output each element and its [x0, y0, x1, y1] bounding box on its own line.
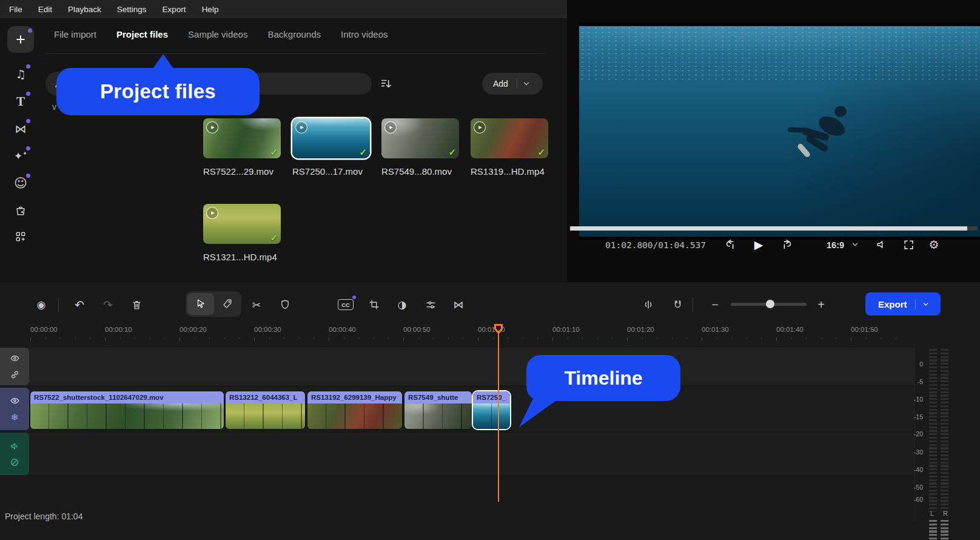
timeline-clip[interactable]: RS7250_	[473, 391, 510, 429]
ruler-tick	[150, 337, 150, 339]
ruler-tick	[329, 337, 329, 341]
add-button[interactable]: Add	[482, 79, 508, 89]
ruler-tick	[791, 337, 792, 339]
crop-button[interactable]	[366, 297, 382, 312]
export-button[interactable]: Export	[865, 292, 941, 316]
media-item[interactable]: ▶ ✓ RS7522...29.mov	[203, 118, 281, 177]
snowflake-icon[interactable]: ❄	[11, 412, 19, 423]
ruler-tick	[523, 337, 523, 339]
media-thumbnail[interactable]: ▶ ✓	[471, 118, 548, 158]
ruler-tick	[657, 337, 657, 339]
menu-item[interactable]: Edit	[38, 5, 52, 14]
add-dropdown-button[interactable]	[517, 79, 535, 88]
media-item[interactable]: ▶ ✓ RS1321...HD.mp4	[203, 204, 281, 262]
play-button[interactable]: ▶	[751, 237, 767, 252]
menu-item[interactable]: Playback	[68, 5, 101, 14]
smiley-icon: ☺	[14, 176, 27, 191]
ruler-tick	[374, 337, 374, 339]
media-thumbnail[interactable]: ▶ ✓	[203, 118, 281, 158]
sidebar-item-audio[interactable]: ♫	[10, 64, 31, 84]
link-icon[interactable]	[10, 370, 20, 380]
media-thumbnail[interactable]: ▶ ✓	[292, 118, 370, 158]
media-item[interactable]: ▶ ✓ RS7250...17.mov	[292, 118, 370, 177]
media-tab[interactable]: File import	[54, 29, 96, 39]
sidebar-item-text[interactable]: T	[10, 91, 31, 112]
ruler-tick	[582, 337, 583, 339]
menu-item[interactable]: Export	[163, 5, 186, 14]
marker-button[interactable]	[277, 297, 293, 312]
video-viewport[interactable]	[579, 23, 980, 240]
sidebar-item-transitions[interactable]: ⋈	[10, 118, 31, 139]
volume-button[interactable]	[873, 237, 889, 252]
undo-button[interactable]: ↶	[72, 297, 87, 312]
media-tab[interactable]: Backgrounds	[267, 29, 321, 39]
speaker-phase-icon	[642, 299, 654, 311]
previous-edit-button[interactable]	[722, 237, 738, 252]
ruler-tick	[776, 337, 777, 341]
menu-item[interactable]: Settings	[117, 5, 147, 14]
track-row-audio[interactable]	[29, 433, 915, 475]
media-tab[interactable]: Project files	[116, 29, 168, 39]
record-button[interactable]: ◉	[33, 297, 49, 312]
bowtie-pointer-icon: ⋈	[454, 299, 464, 311]
preview-progress-bar[interactable]	[570, 226, 978, 231]
sidebar-item-effects[interactable]: ✦✦	[10, 146, 31, 166]
snap-button[interactable]	[670, 297, 685, 312]
audio-meter-toggle[interactable]	[640, 297, 656, 312]
cursor-icon	[195, 299, 206, 309]
ruler-tick	[314, 337, 314, 339]
aspect-ratio-dropdown[interactable]	[850, 237, 861, 252]
eye-icon[interactable]	[10, 353, 20, 363]
ruler-tick	[388, 337, 389, 339]
preview-settings-button[interactable]: ⚙	[926, 237, 942, 252]
clip-filmstrip	[404, 403, 472, 429]
sidebar-item-templates[interactable]	[10, 226, 31, 247]
captions-button[interactable]: CC	[338, 299, 354, 310]
ruler-tick	[195, 337, 195, 339]
sidebar-item-store[interactable]	[10, 200, 31, 221]
zoom-out-button[interactable]: −	[707, 297, 723, 312]
media-item[interactable]: ▶ ✓ RS1319...HD.mp4	[471, 118, 548, 177]
media-item[interactable]: ▶ ✓ RS7549...80.mov	[381, 118, 459, 177]
chevron-down-icon	[522, 79, 531, 88]
zoom-slider-handle[interactable]	[766, 300, 774, 308]
ruler-tick	[284, 337, 284, 339]
play-circle-icon: ▶	[206, 207, 218, 219]
menu-item[interactable]: File	[9, 5, 22, 14]
media-thumbnail[interactable]: ▶ ✓	[381, 118, 459, 158]
track-row-overlay[interactable]	[29, 348, 915, 385]
slash-circle-icon[interactable]	[10, 457, 19, 467]
timeline-clip[interactable]: RS7549_shutte	[404, 391, 472, 429]
zoom-in-button[interactable]: +	[813, 297, 829, 312]
new-badge	[26, 92, 30, 96]
sidebar-item-stickers[interactable]: ☺	[10, 173, 31, 194]
eye-icon[interactable]	[10, 396, 20, 406]
menu-item[interactable]: Help	[202, 5, 219, 14]
sidebar-item-media[interactable]	[7, 26, 34, 53]
fullscreen-button[interactable]	[901, 237, 916, 252]
trash-icon	[131, 299, 143, 311]
ruler-tick	[403, 337, 404, 341]
export-dropdown-button[interactable]	[916, 300, 936, 308]
tag-tool-button[interactable]	[220, 296, 235, 312]
adjust-button[interactable]	[423, 297, 438, 312]
aspect-ratio-selector[interactable]: 16:9	[827, 240, 844, 250]
speed-button[interactable]: ◑	[394, 297, 410, 312]
delete-button[interactable]	[129, 297, 144, 312]
ruler-tick	[299, 337, 300, 339]
media-thumbnail[interactable]: ▶ ✓	[203, 204, 281, 244]
split-button[interactable]: ✂	[249, 297, 264, 312]
next-edit-button[interactable]	[779, 237, 795, 252]
media-tab[interactable]: Intro videos	[341, 29, 388, 39]
timeline-callout: Timeline	[526, 355, 680, 401]
media-tab[interactable]: Sample videos	[188, 29, 247, 39]
speaker-waves-icon[interactable]	[10, 441, 20, 451]
timeline-clip[interactable]: RS13212_6044363_L	[226, 391, 305, 429]
timeline-clip[interactable]: RS13192_6299139_Happy	[307, 391, 402, 429]
ruler-tick	[269, 337, 270, 339]
redo-button[interactable]: ↷	[100, 297, 116, 312]
transition-tool-button[interactable]: ⋈	[451, 297, 466, 312]
timeline-clip[interactable]: RS7522_shutterstock_1102647029.mov	[30, 391, 224, 429]
select-tool-button[interactable]	[193, 296, 209, 312]
sort-button[interactable]	[380, 77, 394, 92]
